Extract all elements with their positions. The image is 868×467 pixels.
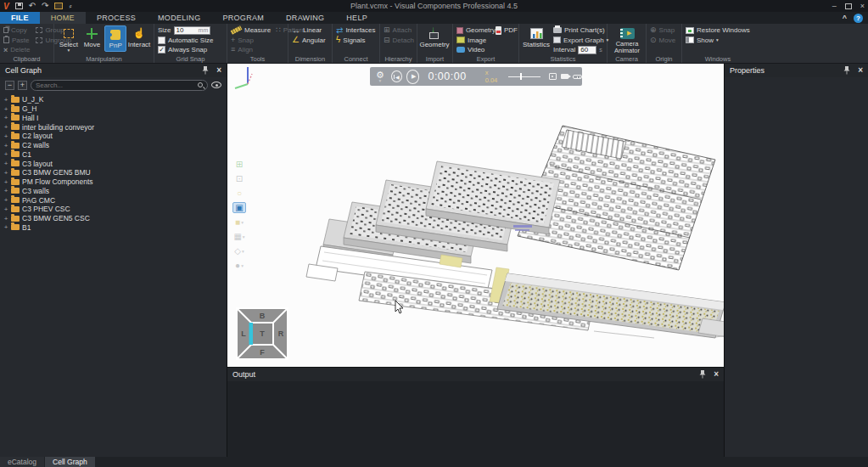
- expand-icon[interactable]: +: [3, 142, 8, 149]
- close-icon[interactable]: ×: [858, 66, 863, 75]
- expand-all-button[interactable]: +: [18, 81, 27, 90]
- help-icon[interactable]: ?: [854, 14, 863, 23]
- expand-icon[interactable]: +: [3, 105, 8, 113]
- statistics-button[interactable]: Statistics: [523, 25, 550, 55]
- cube-face-front[interactable]: F: [260, 348, 265, 357]
- close-button[interactable]: ×: [860, 2, 865, 10]
- export-video-button[interactable]: Video: [456, 45, 496, 55]
- move-button[interactable]: Move: [81, 25, 104, 52]
- interfaces-button[interactable]: ⇄Interfaces: [336, 25, 376, 36]
- linear-button[interactable]: ↔Linear: [292, 25, 328, 36]
- visibility-eye-icon[interactable]: [211, 82, 221, 88]
- close-icon[interactable]: ×: [714, 370, 719, 379]
- tab-program[interactable]: PROGRAM: [211, 12, 275, 24]
- measure-button[interactable]: Measure: [231, 25, 271, 36]
- view-editor-icon[interactable]: ▣: [232, 202, 246, 213]
- import-geometry-button[interactable]: ↓ Geometry: [421, 25, 448, 48]
- expand-icon[interactable]: +: [3, 132, 8, 140]
- tree-item[interactable]: +inter building conveyor: [3, 122, 227, 132]
- expand-icon[interactable]: +: [3, 178, 8, 186]
- pin-icon[interactable]: [699, 370, 706, 379]
- grid-size-field[interactable]: mm: [174, 26, 211, 35]
- expand-icon[interactable]: +: [3, 205, 8, 213]
- interact-button[interactable]: ☝ Interact: [128, 25, 150, 52]
- cube-face-back[interactable]: B: [260, 312, 266, 320]
- export-geometry-button[interactable]: Geometry: [456, 25, 496, 36]
- slider-handle[interactable]: [520, 73, 522, 80]
- tree-item[interactable]: +C2 layout: [3, 132, 227, 141]
- expand-icon[interactable]: +: [3, 223, 8, 231]
- save-icon[interactable]: [15, 3, 23, 9]
- tree-item[interactable]: +C3 layout: [3, 159, 227, 168]
- tab-ecatalog[interactable]: eCatalog: [0, 457, 44, 467]
- cube-face-right[interactable]: R: [278, 329, 284, 338]
- search-box[interactable]: [31, 80, 208, 91]
- tree-item[interactable]: +PM Flow Components: [3, 177, 227, 187]
- expand-icon[interactable]: +: [3, 114, 8, 121]
- expand-icon[interactable]: +: [3, 187, 8, 194]
- angular-button[interactable]: ∠Angular: [292, 36, 328, 46]
- copy-button[interactable]: Copy: [3, 25, 30, 36]
- export-image-button[interactable]: Image: [456, 36, 496, 46]
- vr-mode-icon[interactable]: [573, 75, 582, 79]
- tree-item[interactable]: +C3 BMW GEN5 BMU: [3, 168, 227, 177]
- cube-face-left[interactable]: L: [241, 329, 246, 338]
- expand-icon[interactable]: +: [3, 160, 8, 167]
- always-snap-checkbox[interactable]: ✓: [158, 46, 165, 53]
- pin-icon[interactable]: [202, 66, 209, 75]
- restore-button[interactable]: [845, 3, 852, 9]
- tree-item[interactable]: +C1: [3, 150, 227, 160]
- fit-view-icon[interactable]: ⊞: [232, 159, 246, 170]
- expand-icon[interactable]: +: [3, 196, 8, 204]
- interval-field[interactable]: [578, 46, 596, 54]
- interval-input[interactable]: [580, 46, 594, 53]
- automatic-size-checkbox[interactable]: [158, 37, 165, 44]
- tree-item[interactable]: +C3 walls: [3, 187, 227, 196]
- pin-icon[interactable]: [843, 66, 850, 75]
- tree-item[interactable]: +PAG CMC: [3, 195, 227, 205]
- tab-cell-graph[interactable]: Cell Graph: [45, 457, 95, 467]
- factory-floor-plan[interactable]: [227, 64, 724, 367]
- reset-simulation-button[interactable]: ◀: [391, 70, 402, 82]
- view-navigation-cube[interactable]: B L T R F: [236, 307, 288, 360]
- export-graph-button[interactable]: Export Graph▾: [553, 36, 608, 46]
- tree-item[interactable]: +Hall I: [3, 114, 227, 123]
- expand-icon[interactable]: +: [3, 215, 8, 222]
- tab-drawing[interactable]: DRAWING: [275, 12, 335, 24]
- simulation-settings-button[interactable]: ⚙ ▾: [376, 70, 384, 82]
- tree-item[interactable]: +C3 PHEV CSC: [3, 205, 227, 214]
- tab-process[interactable]: PROCESS: [86, 12, 147, 24]
- pnp-button[interactable]: PnP: [104, 25, 126, 52]
- attach-button[interactable]: ⊞Attach: [384, 25, 413, 36]
- collapse-all-button[interactable]: −: [5, 81, 14, 90]
- screenshot-icon[interactable]: [549, 73, 557, 80]
- origin-snap-button[interactable]: ⊕Snap: [650, 25, 678, 36]
- expand-icon[interactable]: +: [3, 96, 8, 104]
- collapse-ribbon-icon[interactable]: ^: [843, 14, 847, 22]
- print-charts-button[interactable]: Print Chart(s): [553, 25, 608, 36]
- environment-icon[interactable]: ●▾: [232, 260, 246, 271]
- close-icon[interactable]: ×: [216, 66, 221, 75]
- camera-animator-button[interactable]: Camera Animator: [611, 25, 643, 54]
- search-input[interactable]: [36, 82, 198, 89]
- screen-capture-icon[interactable]: [54, 3, 63, 9]
- detach-button[interactable]: ⊟Detach: [384, 36, 413, 46]
- tree-item[interactable]: +B1: [3, 223, 227, 233]
- expand-icon[interactable]: +: [3, 169, 8, 177]
- cube-face-top[interactable]: T: [260, 329, 265, 338]
- paste-button[interactable]: Paste: [3, 36, 30, 46]
- viewport-3d[interactable]: ⊞ ⊡ ○ ▣ ■▾ ▦▾ ◇▾ ●▾ ⚙ ▾ ◀ ▶ 0:00:00 x 0.…: [227, 64, 724, 367]
- origin-move-button[interactable]: ⊙Move: [650, 36, 678, 46]
- select-button[interactable]: Select▾: [58, 25, 80, 52]
- qat-customize-icon[interactable]: ⸗: [69, 2, 71, 10]
- align-button[interactable]: ≡Align: [231, 45, 284, 55]
- show-button[interactable]: Show▾: [686, 36, 750, 46]
- play-button[interactable]: ▶: [406, 70, 420, 84]
- tree-item[interactable]: +C2 walls: [3, 141, 227, 150]
- grid-size-input[interactable]: [176, 26, 199, 34]
- grid-options-icon[interactable]: ▦▾: [232, 231, 246, 242]
- fill-view-icon[interactable]: ⊡: [232, 173, 246, 184]
- render-mode-icon[interactable]: ■▾: [232, 217, 246, 228]
- speed-slider[interactable]: [508, 76, 540, 77]
- tree-item[interactable]: +U_J_K: [3, 95, 227, 104]
